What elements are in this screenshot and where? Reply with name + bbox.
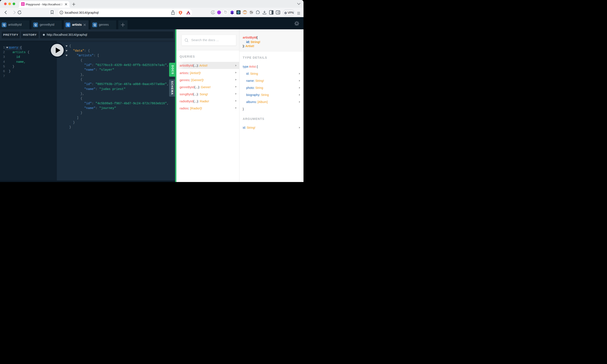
svg-text:A: A (212, 11, 214, 14)
